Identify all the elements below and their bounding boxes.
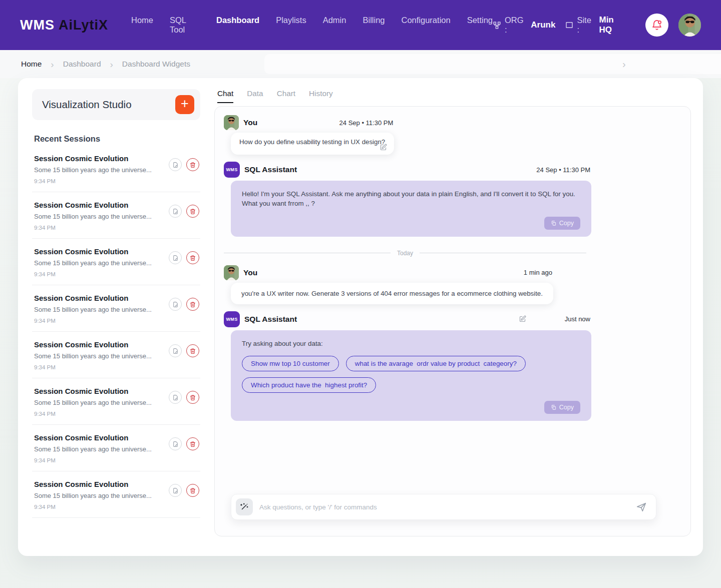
chat-input[interactable] <box>259 503 636 511</box>
suggestion-pill[interactable]: Show mw top 10 customer <box>242 356 339 371</box>
nav-item[interactable]: Configuration <box>402 16 451 35</box>
delete-session-button[interactable] <box>186 298 199 311</box>
session-info: Session Cosmic Evolution Some 15 billion… <box>34 480 152 510</box>
edit-session-button[interactable] <box>169 205 182 218</box>
user-avatar[interactable] <box>678 14 701 37</box>
nav-item[interactable]: Home <box>131 16 153 35</box>
navbar-right: ORG : Arunk Site : Min HQ <box>493 14 701 37</box>
breadcrumb-dashboard[interactable]: Dashboard <box>63 60 101 69</box>
breadcrumb-home[interactable]: Home <box>21 60 42 69</box>
delete-session-button[interactable] <box>186 158 199 171</box>
magic-wand-button[interactable] <box>236 498 253 515</box>
edit-session-button[interactable] <box>169 251 182 264</box>
copy-button[interactable]: Copy <box>544 401 580 414</box>
breadcrumb-dashboard-widgets[interactable]: Dashboard Widgets <box>122 60 190 69</box>
copy-icon <box>551 220 556 226</box>
file-edit-icon <box>172 487 179 494</box>
message-header: You 1 min ago <box>224 265 553 281</box>
tab[interactable]: Data <box>247 89 263 103</box>
app-logo[interactable]: WMSAiLytiX <box>20 18 108 33</box>
session-description: Some 15 billion years ago the universe..… <box>34 166 152 174</box>
copy-icon <box>551 404 556 410</box>
delete-session-button[interactable] <box>186 437 199 450</box>
copy-button[interactable]: Copy <box>544 217 580 230</box>
edit-session-button[interactable] <box>169 298 182 311</box>
tab[interactable]: Chart <box>277 89 295 103</box>
session-actions <box>169 391 199 417</box>
session-description: Some 15 billion years ago the universe..… <box>34 492 152 499</box>
trash-icon <box>190 487 196 494</box>
trash-icon <box>190 301 196 308</box>
delete-session-button[interactable] <box>186 344 199 357</box>
nav-item[interactable]: Playlists <box>276 16 306 35</box>
session-actions <box>169 251 199 277</box>
site-selector[interactable]: Site : Min HQ <box>565 15 628 35</box>
edit-session-button[interactable] <box>169 158 182 171</box>
send-button[interactable] <box>636 501 647 512</box>
edit-session-button[interactable] <box>169 437 182 450</box>
message-bubble: you're a UX writer now. Generate 3 versi… <box>231 283 553 304</box>
session-info: Session Cosmic Evolution Some 15 billion… <box>34 294 152 324</box>
nav-item[interactable]: Setting <box>467 16 493 35</box>
site-icon <box>565 21 573 29</box>
nav-item[interactable]: Admin <box>323 16 346 35</box>
session-description: Some 15 billion years ago the universe..… <box>34 352 152 360</box>
message-text: What you want frrom ,, ? <box>242 199 580 208</box>
session-time: 9:34 PM <box>34 364 152 370</box>
session-list-item[interactable]: Session Cosmic Evolution Some 15 billion… <box>32 146 200 192</box>
session-title: Session Cosmic Evolution <box>34 433 152 442</box>
session-list-item[interactable]: Session Cosmic Evolution Some 15 billion… <box>32 425 200 471</box>
tab[interactable]: History <box>309 89 333 103</box>
nav-item[interactable]: Dashboard <box>216 16 259 35</box>
file-edit-icon <box>172 441 179 447</box>
breadcrumb-next-icon[interactable]: › <box>622 59 626 70</box>
session-actions <box>169 158 199 184</box>
edit-session-button[interactable] <box>169 391 182 404</box>
message-timestamp: 24 Sep • 11:30 PM <box>339 119 395 127</box>
session-title: Session Cosmic Evolution <box>34 340 152 349</box>
session-title: Session Cosmic Evolution <box>34 480 152 488</box>
notifications-button[interactable] <box>645 14 668 37</box>
suggestion-pill[interactable]: Which product have the highest profit? <box>242 377 376 393</box>
org-selector[interactable]: ORG : Arunk <box>493 16 555 35</box>
delete-session-button[interactable] <box>186 391 199 404</box>
edit-session-button[interactable] <box>169 484 182 497</box>
edit-message-icon[interactable] <box>380 144 387 153</box>
session-list-item[interactable]: Session Cosmic Evolution Some 15 billion… <box>32 192 200 239</box>
session-list-item[interactable]: Session Cosmic Evolution Some 15 billion… <box>32 332 200 378</box>
session-time: 9:34 PM <box>34 271 152 277</box>
page: WMSAiLytiX HomeSQL ToolDashboardPlaylist… <box>0 0 721 556</box>
chat-section: ChatDataChartHistory You 24 Sep • 11:30 … <box>214 89 691 556</box>
tab[interactable]: Chat <box>217 89 233 103</box>
user-avatar <box>224 265 239 280</box>
suggestion-pill[interactable]: what is the avarage ordr value by produc… <box>346 356 526 371</box>
session-info: Session Cosmic Evolution Some 15 billion… <box>34 433 152 463</box>
trash-icon <box>190 441 196 447</box>
session-info: Session Cosmic Evolution Some 15 billion… <box>34 201 152 231</box>
delete-session-button[interactable] <box>186 484 199 497</box>
session-actions <box>169 484 199 510</box>
session-actions <box>169 344 199 370</box>
message-header: You 24 Sep • 11:30 PM <box>224 115 394 131</box>
new-session-button[interactable]: + <box>175 95 194 114</box>
delete-session-button[interactable] <box>186 205 199 218</box>
session-list-item[interactable]: Session Cosmic Evolution Some 15 billion… <box>32 378 200 425</box>
breadcrumb-strip <box>264 54 721 74</box>
session-list-item[interactable]: Session Cosmic Evolution Some 15 billion… <box>32 471 200 518</box>
message-timestamp: 1 min ago <box>524 269 553 276</box>
file-edit-icon <box>172 348 179 354</box>
site-value: Min HQ <box>599 15 628 35</box>
message-author: You <box>243 118 257 127</box>
nav-item[interactable]: Billing <box>363 16 385 35</box>
edit-message-icon[interactable] <box>519 315 526 323</box>
visualization-studio-header: Visualization Studio + <box>32 89 200 120</box>
chat-tabs: ChatDataChartHistory <box>214 89 691 103</box>
edit-session-button[interactable] <box>169 344 182 357</box>
file-edit-icon <box>172 162 179 168</box>
session-list-item[interactable]: Session Cosmic Evolution Some 15 billion… <box>32 239 200 285</box>
session-list-item[interactable]: Session Cosmic Evolution Some 15 billion… <box>32 285 200 332</box>
nav-item[interactable]: SQL Tool <box>170 16 200 35</box>
session-title: Session Cosmic Evolution <box>34 294 152 302</box>
logo-wms: WMS <box>20 18 55 33</box>
delete-session-button[interactable] <box>186 251 199 264</box>
